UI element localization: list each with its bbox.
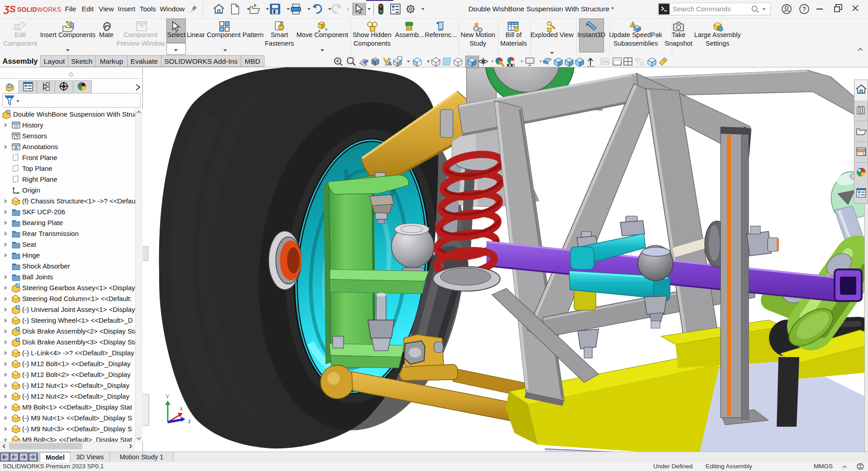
svg-text:z: z xyxy=(188,418,191,424)
svg-text:x: x xyxy=(180,405,183,412)
svg-text:?: ? xyxy=(802,5,807,13)
svg-text:Y: Y xyxy=(165,393,170,400)
svg-text:Top Plane: Top Plane xyxy=(22,165,52,172)
svg-text:!: ! xyxy=(632,23,634,27)
svg-text:(-) Universal Joint Assey<1> <: (-) Universal Joint Assey<1> <Display xyxy=(22,306,135,313)
svg-text:(-) M9 Nut<1> <<Default>_Displ: (-) M9 Nut<1> <<Default>_Display S xyxy=(22,414,132,422)
svg-text:Right Plane: Right Plane xyxy=(22,175,57,183)
svg-text:M9 Bolt<3> <<Default>_Display: M9 Bolt<3> <<Default>_Display Stat xyxy=(22,436,132,442)
svg-text:Hinge: Hinge xyxy=(22,251,40,259)
svg-text:SKF UCP-206: SKF UCP-206 xyxy=(22,208,65,216)
svg-text:(f) Chassis Structure<1> ->? <: (f) Chassis Structure<1> ->? <<Defau xyxy=(22,197,136,205)
svg-text:Front Plane: Front Plane xyxy=(22,154,57,161)
svg-text:(-) M12 Nut<2> <<Default>_Disp: (-) M12 Nut<2> <<Default>_Display xyxy=(22,392,130,400)
svg-text:Seat: Seat xyxy=(22,240,37,248)
svg-text:Bearing Plate: Bearing Plate xyxy=(22,219,63,226)
svg-text:Annotations: Annotations xyxy=(22,143,58,151)
svg-text:(-) L-Link<4> ->? <<Default>_D: (-) L-Link<4> ->? <<Default>_Display xyxy=(22,349,134,357)
svg-text:(-) M12 Bolt<2> <<Default>_Dis: (-) M12 Bolt<2> <<Default>_Display xyxy=(22,371,131,378)
svg-text:(-) Steering Wheel<1> <<Defaul: (-) Steering Wheel<1> <<Default>_D xyxy=(22,316,133,324)
svg-text:(-) M9 Nut<3> <<Default>_Displ: (-) M9 Nut<3> <<Default>_Display S xyxy=(22,425,132,433)
svg-text:A: A xyxy=(388,61,392,66)
svg-text:M9 Bolt<1> <<Default>_Display: M9 Bolt<1> <<Default>_Display Stat xyxy=(22,403,132,411)
svg-text:Steering Gearbox Assey<1> <Dis: Steering Gearbox Assey<1> <Display xyxy=(22,284,135,292)
svg-text:Double WishBone Suspension Wit: Double WishBone Suspension With Struc xyxy=(13,110,138,118)
svg-text:(-) M12 Bolt<1> <<Default>_Dis: (-) M12 Bolt<1> <<Default>_Display xyxy=(22,360,131,367)
svg-text:History: History xyxy=(22,121,43,129)
svg-text:Disk Brake Assembly<3> <Displa: Disk Brake Assembly<3> <Display Sta xyxy=(22,338,138,346)
svg-text:Shock Absorber: Shock Absorber xyxy=(22,262,70,270)
svg-text:Steering Rod Column<1> <<Defau: Steering Rod Column<1> <<Default: xyxy=(22,295,132,302)
svg-text:(-) M12 Nut<1> <<Default>_Disp: (-) M12 Nut<1> <<Default>_Display xyxy=(22,382,130,389)
svg-text:Sensors: Sensors xyxy=(22,132,47,140)
svg-text:Origin: Origin xyxy=(22,186,40,194)
svg-text:Rear Transmission: Rear Transmission xyxy=(22,230,79,237)
svg-text:SOLIDWORKS: SOLIDWORKS xyxy=(17,6,61,13)
svg-text:Disk Brake Assembly<2> <Displa: Disk Brake Assembly<2> <Display Sta xyxy=(22,327,138,335)
svg-text:ƷS: ƷS xyxy=(4,4,16,14)
svg-text:Ball Joints: Ball Joints xyxy=(22,273,53,281)
